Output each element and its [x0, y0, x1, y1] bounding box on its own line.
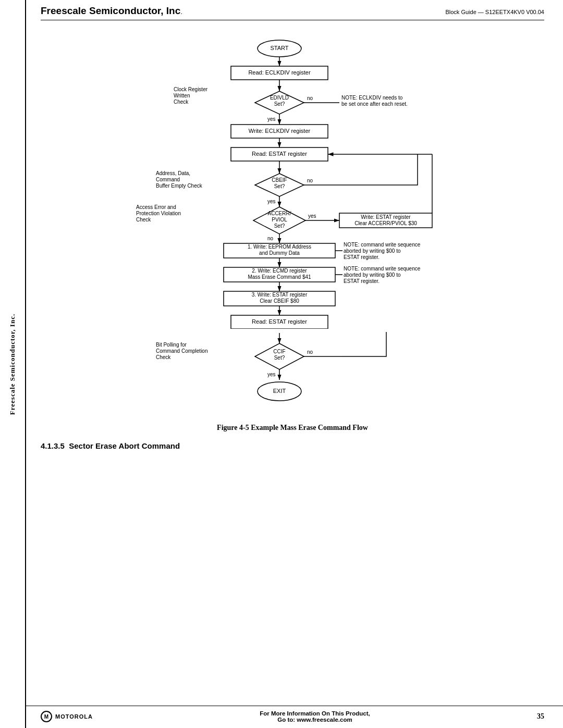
footer-center: For More Information On This Product, Go… — [93, 710, 537, 723]
flowchart2: Bit Polling for Command Completion Check… — [94, 332, 491, 421]
note-eclkdiv1: NOTE: ECLKDIV needs to — [341, 95, 403, 101]
edivld-yes-text: yes — [267, 116, 276, 122]
clock-label2: Written — [174, 93, 190, 98]
access-label3: Check — [136, 217, 151, 223]
page-number: 35 — [537, 712, 544, 721]
note1-1: NOTE: command write sequence — [344, 242, 421, 248]
addr-label3: Buffer Empty Check — [156, 183, 203, 189]
footer-info1: For More Information On This Product, — [93, 710, 537, 717]
cbeif-no-loop — [339, 154, 418, 185]
motorola-label: MOTOROLA — [55, 713, 93, 720]
read-eclkdiv-text: Read: ECLKDIV register — [248, 69, 311, 76]
accerr-no-text: no — [267, 236, 274, 241]
bitpoll-label3: Check — [156, 354, 171, 360]
header-right: Block Guide — S12EETX4KV0 V00.04 — [445, 9, 544, 15]
header-title: Freescale Semiconductor, Inc — [41, 5, 180, 16]
accerr-text3: Set? — [274, 223, 285, 229]
note1-2: aborted by writing $00 to — [344, 248, 401, 254]
note2-3: ESTAT register. — [344, 278, 380, 284]
access-label1: Access Error and — [136, 204, 176, 210]
addr-label1: Address, Data, — [156, 170, 190, 176]
cbeif-text2: Set? — [274, 183, 285, 189]
side-watermark: Freescale Semiconductor, Inc. — [0, 0, 26, 728]
ccif-no-text: no — [307, 349, 313, 355]
cbeif-yes-text: yes — [267, 199, 276, 204]
flowchart-area2: Bit Polling for Command Completion Check… — [41, 332, 544, 421]
note2-1: NOTE: command write sequence — [344, 266, 421, 272]
clock-label1: Clock Register — [174, 87, 208, 92]
clock-label3: Check — [174, 99, 189, 105]
cbeif-text1: CBEIF — [272, 177, 287, 183]
page-body: Freescale Semiconductor, Inc. Block Guid… — [26, 0, 563, 513]
bitpoll-label1: Bit Polling for — [156, 342, 187, 348]
motorola-circle: M — [41, 711, 52, 722]
access-label2: Protection Violation — [136, 211, 181, 216]
step1-text2: and Dummy Data — [259, 250, 300, 256]
section-number: 4.1.3.5 — [41, 441, 65, 450]
section-title: Sector Erase Abort Command — [69, 441, 180, 450]
step2-text2: Mass Erase Command $41 — [248, 274, 311, 280]
note-eclkdiv2: be set once after each reset. — [341, 101, 408, 107]
addr-label2: Command — [156, 177, 180, 182]
accerr-text2: PVIOL — [272, 217, 287, 223]
step3-text1: 3. Write: ESTAT register — [252, 292, 308, 298]
step3-text2: Clear CBEIF $80 — [260, 298, 299, 304]
edivld-text1: EDIVLD — [270, 95, 289, 101]
note1-3: ESTAT register. — [344, 254, 380, 260]
bitpoll-label2: Command Completion — [156, 348, 208, 354]
ccif-text2: Set? — [274, 355, 285, 361]
read-estat2-text: Read: ESTAT register — [252, 318, 307, 325]
footer-info2: Go to: www.freescale.com — [93, 717, 537, 723]
accerr-text1: ACCERR/ — [267, 211, 291, 216]
page-header: Freescale Semiconductor, Inc. Block Guid… — [41, 0, 544, 20]
step1-text1: 1. Write: EEPROM Address — [248, 244, 311, 250]
write-estat-clear-2: Clear ACCERR/PVIOL $30 — [354, 220, 417, 226]
figure-caption: Figure 4-5 Example Mass Erase Command Fl… — [41, 424, 544, 432]
header-period: . — [180, 8, 182, 16]
write-estat-clear-1: Write: ESTAT register — [361, 214, 411, 220]
ccif-no-loop — [328, 332, 386, 356]
cbeif-no-text: no — [307, 178, 313, 183]
write-eclkdiv-text: Write: ECLKDIV register — [249, 128, 311, 134]
flowchart-area: START Read: ECLKDIV register Clock Regis… — [41, 37, 544, 329]
read-estat-text: Read: ESTAT register — [252, 151, 307, 157]
section-heading: 4.1.3.5 Sector Erase Abort Command — [41, 441, 544, 450]
header-brand: Freescale Semiconductor, Inc. — [41, 5, 182, 17]
ccif-yes-text: yes — [267, 372, 276, 377]
start-text: START — [270, 45, 288, 51]
edivld-text2: Set? — [274, 101, 285, 107]
page-footer: M MOTOROLA For More Information On This … — [26, 706, 563, 728]
step2-text1: 2. Write: ECMD register — [252, 268, 307, 274]
watermark-text: Freescale Semiconductor, Inc. — [8, 313, 17, 414]
flowchart: START Read: ECLKDIV register Clock Regis… — [94, 37, 491, 329]
edivld-no-text: no — [307, 95, 313, 101]
ccif-text1: CCIF — [273, 349, 285, 354]
note2-2: aborted by writing $00 to — [344, 272, 401, 278]
footer-left: M MOTOROLA — [41, 711, 93, 722]
accerr-yes-text: yes — [308, 213, 316, 219]
exit-text: EXIT — [273, 388, 286, 394]
